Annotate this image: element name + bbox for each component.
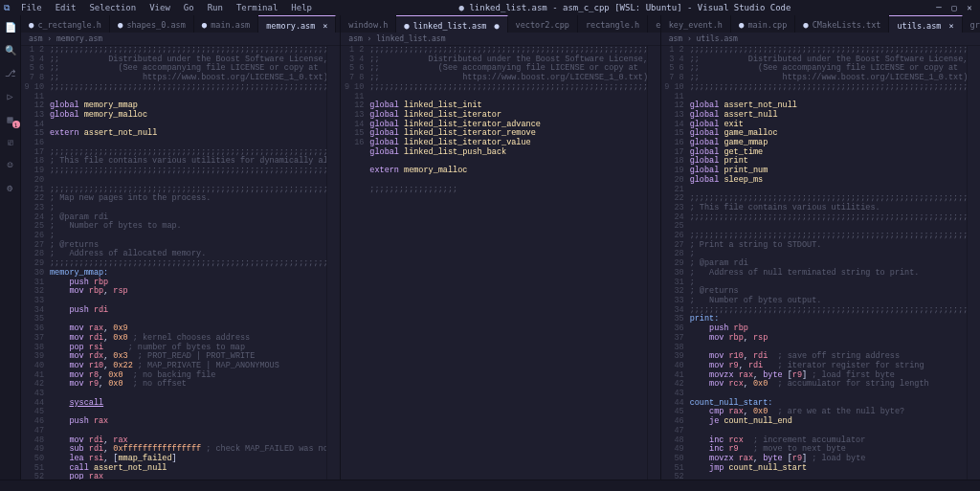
tab-rectangle-h[interactable]: rectangle.h [578, 15, 648, 33]
menu-help[interactable]: Help [285, 2, 318, 13]
debug-icon[interactable]: ▷ [3, 88, 18, 103]
menu-selection[interactable]: Selection [83, 2, 142, 13]
line-gutter: 1 2 3 4 5 6 7 8 9 10 11 12 13 14 15 16 1… [661, 46, 690, 480]
tab-bar: ●c_rectangle.h●shapes_0.asm●main.asmmemo… [21, 15, 340, 33]
tab-entity-cpp[interactable]: entity.cpp [648, 15, 659, 33]
explorer-icon[interactable]: 📄 [3, 19, 18, 34]
tab-utils-asm[interactable]: utils.asm× [889, 15, 962, 33]
tab-graphics-cpp[interactable]: graphics.cpp [963, 15, 980, 33]
search-icon[interactable]: 🔍 [3, 42, 18, 57]
code-lines[interactable]: ;;;;;;;;;;;;;;;;;;;;;;;;;;;;;;;;;;;;;;;;… [50, 46, 326, 480]
title-bar: ⧉ FileEditSelectionViewGoRunTerminalHelp… [0, 0, 980, 15]
window-controls: ─ ▢ ✕ [932, 2, 976, 13]
close-icon[interactable]: ✕ [963, 2, 976, 13]
code-editor[interactable]: 1 2 3 4 5 6 7 8 9 10 11 12 13 14 15 16 1… [661, 46, 980, 480]
tab-label: key_event.h [669, 20, 723, 30]
accounts-icon[interactable]: ☺ [3, 157, 18, 172]
editor-group-0: ●c_rectangle.h●shapes_0.asm●main.asmmemo… [21, 15, 341, 480]
modified-dot-icon: ● [803, 20, 808, 30]
minimap[interactable] [647, 46, 660, 480]
code-editor[interactable]: 1 2 3 4 5 6 7 8 9 10 11 12 13 14 15 16 ;… [341, 46, 659, 480]
tab-label: entity.cpp [656, 20, 659, 30]
editor-groups: ●c_rectangle.h●shapes_0.asm●main.asmmemo… [21, 15, 980, 480]
tab-bar: key_event.h●main.cpp●CMakeLists.txtutils… [661, 15, 980, 33]
minimap[interactable] [326, 46, 340, 480]
tab-label: main.asm [211, 20, 250, 30]
menu-edit[interactable]: Edit [50, 2, 82, 13]
tab-label: utils.asm [897, 21, 941, 31]
code-lines[interactable]: ;;;;;;;;;;;;;;;;;;;;;;;;;;;;;;;;;;;;;;;;… [690, 46, 967, 480]
menu-terminal[interactable]: Terminal [231, 2, 283, 13]
tab-shapes-0-asm[interactable]: ●shapes_0.asm [110, 15, 194, 33]
tab-vector2-cpp[interactable]: vector2.cpp [508, 15, 578, 33]
menu-view[interactable]: View [144, 2, 176, 13]
tab-label: main.cpp [747, 20, 787, 30]
menu-bar: FileEditSelectionViewGoRunTerminalHelp [15, 2, 318, 13]
tab-label: memory.asm [266, 21, 315, 31]
line-gutter: 1 2 3 4 5 6 7 8 9 10 11 12 13 14 15 16 1… [21, 46, 50, 480]
editor-group-1: window.h●linked_list.asm●vector2.cpprect… [341, 15, 660, 480]
window-title: ● linked_list.asm - asm_c_cpp [WSL: Ubun… [318, 3, 932, 12]
modified-dot-icon: ● [29, 20, 33, 30]
tab-label: c_rectangle.h [37, 20, 101, 30]
maximize-icon[interactable]: ▢ [947, 2, 961, 13]
vscode-icon: ⧉ [4, 3, 10, 13]
modified-dot-icon: ● [404, 21, 409, 31]
minimize-icon[interactable]: ─ [932, 2, 946, 13]
breadcrumb[interactable]: asm › utils.asm [661, 33, 980, 46]
main-area: 📄🔍⎇▷▦1⎚☺⚙ ●c_rectangle.h●shapes_0.asm●ma… [0, 15, 980, 480]
tab-bar: window.h●linked_list.asm●vector2.cpprect… [341, 15, 659, 33]
modified-dot-icon: ● [118, 20, 122, 30]
tab-cmakelists-txt[interactable]: ●CMakeLists.txt [795, 15, 889, 33]
tab-label: CMakeLists.txt [813, 20, 881, 30]
tab-actions: ⋯ [336, 15, 340, 33]
editor-group-2: key_event.h●main.cpp●CMakeLists.txtutils… [661, 15, 980, 480]
code-lines[interactable]: ;;;;;;;;;;;;;;;;;;;;;;;;;;;;;;;;;;;;;;;;… [369, 46, 646, 480]
breadcrumb[interactable]: asm › linked_list.asm [341, 33, 659, 46]
badge: 1 [12, 121, 20, 128]
tab-label: graphics.cpp [970, 20, 980, 30]
tab-label: shapes_0.asm [126, 20, 185, 30]
tab-label: window.h [348, 20, 388, 30]
tab-memory-asm[interactable]: memory.asm× [258, 15, 336, 33]
modified-dot-icon: ● [202, 20, 207, 30]
tab-label: linked_list.asm [413, 21, 487, 31]
status-bar[interactable] [0, 480, 980, 491]
extensions-icon[interactable]: ▦1 [3, 111, 18, 126]
scm-icon[interactable]: ⎇ [3, 65, 18, 80]
tab-main-asm[interactable]: ●main.asm [194, 15, 258, 33]
line-gutter: 1 2 3 4 5 6 7 8 9 10 11 12 13 14 15 16 [341, 46, 369, 480]
menu-go[interactable]: Go [178, 2, 200, 13]
tab-close-icon[interactable]: ● [494, 21, 499, 31]
tab-c-rectangle-h[interactable]: ●c_rectangle.h [21, 15, 110, 33]
activity-bar: 📄🔍⎇▷▦1⎚☺⚙ [0, 15, 21, 480]
tab-label: rectangle.h [586, 20, 639, 30]
minimap[interactable] [967, 46, 980, 480]
menu-run[interactable]: Run [202, 2, 229, 13]
tab-window-h[interactable]: window.h [341, 15, 396, 33]
tab-close-icon[interactable]: × [948, 21, 953, 31]
modified-dot-icon: ● [739, 20, 744, 30]
code-editor[interactable]: 1 2 3 4 5 6 7 8 9 10 11 12 13 14 15 16 1… [21, 46, 340, 480]
breadcrumb[interactable]: asm › memory.asm [21, 33, 340, 46]
remote-icon[interactable]: ⎚ [3, 134, 18, 149]
menu-file[interactable]: File [15, 2, 48, 13]
tab-key-event-h[interactable]: key_event.h [661, 15, 731, 33]
tab-linked-list-asm[interactable]: ●linked_list.asm● [396, 15, 507, 33]
tab-label: vector2.cpp [516, 20, 569, 30]
tab-main-cpp[interactable]: ●main.cpp [731, 15, 795, 33]
tab-close-icon[interactable]: × [323, 21, 327, 31]
settings-icon[interactable]: ⚙ [3, 180, 18, 195]
